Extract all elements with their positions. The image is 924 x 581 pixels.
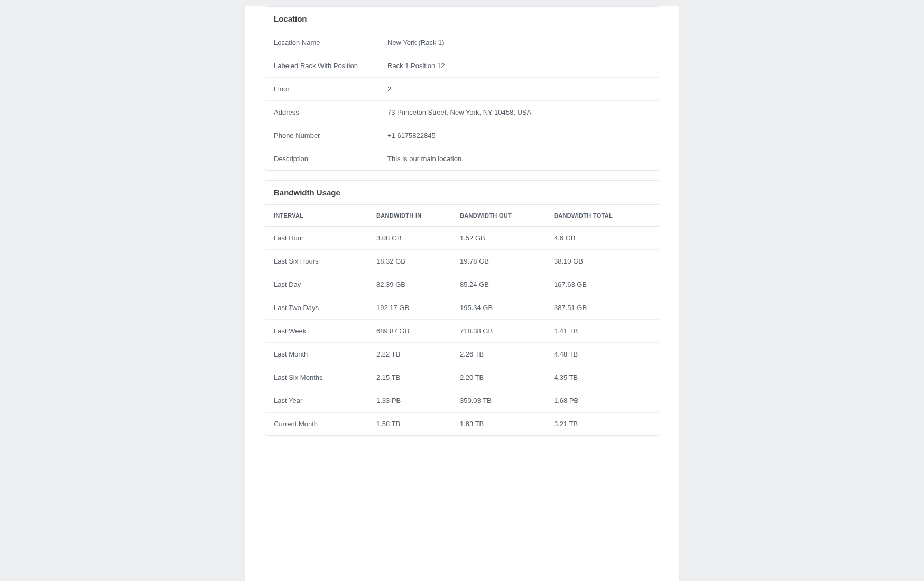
bandwidth-total-cell: 4.48 TB [546, 343, 659, 366]
location-row-label: Labeled Rack With Position [274, 62, 387, 70]
bandwidth-in-cell: 3.08 GB [368, 227, 451, 250]
bandwidth-row: Current Month1.58 TB1.63 TB3.21 TB [265, 413, 659, 436]
bandwidth-in-cell: 192.17 GB [368, 296, 451, 320]
interval-cell: Last Week [265, 320, 368, 343]
bandwidth-total-cell: 3.21 TB [546, 413, 659, 436]
interval-cell: Last Day [265, 273, 368, 296]
location-body: Location NameNew York (Rack 1)Labeled Ra… [265, 31, 659, 170]
location-row: Phone Number+1 6175822845 [265, 124, 659, 147]
bandwidth-total-cell: 1.41 TB [546, 320, 659, 343]
location-row-value: New York (Rack 1) [387, 39, 445, 46]
interval-cell: Last Hour [265, 227, 368, 250]
bandwidth-total-cell: 4.35 TB [546, 366, 659, 389]
interval-cell: Last Six Months [265, 366, 368, 389]
col-out-header: BANDWIDTH OUT [451, 205, 546, 227]
bandwidth-out-cell: 2.20 TB [451, 366, 546, 389]
bandwidth-title: Bandwidth Usage [274, 188, 650, 197]
bandwidth-out-cell: 1.52 GB [451, 227, 546, 250]
location-row: Labeled Rack With PositionRack 1 Positio… [265, 54, 659, 78]
location-row: DescriptionThis is our main location. [265, 147, 659, 170]
bandwidth-out-cell: 1.63 TB [451, 413, 546, 436]
bandwidth-out-cell: 195.34 GB [451, 296, 546, 320]
bandwidth-out-cell: 85.24 GB [451, 273, 546, 296]
location-row-label: Location Name [274, 39, 387, 46]
bandwidth-out-cell: 718.38 GB [451, 320, 546, 343]
location-row-value: 73 Princeton Street, New York, NY 10458,… [387, 108, 531, 116]
location-row-value: 2 [387, 85, 391, 93]
location-card-header: Location [265, 7, 659, 31]
interval-cell: Current Month [265, 413, 368, 436]
location-title: Location [274, 14, 650, 23]
bandwidth-in-cell: 689.87 GB [368, 320, 451, 343]
bandwidth-header-row: INTERVAL BANDWIDTH IN BANDWIDTH OUT BAND… [265, 205, 659, 227]
bandwidth-in-cell: 1.33 PB [368, 389, 451, 413]
bandwidth-out-cell: 2.26 TB [451, 343, 546, 366]
bandwidth-total-cell: 4.6 GB [546, 227, 659, 250]
bandwidth-in-cell: 2.15 TB [368, 366, 451, 389]
bandwidth-table: INTERVAL BANDWIDTH IN BANDWIDTH OUT BAND… [265, 205, 659, 435]
bandwidth-out-cell: 350.03 TB [451, 389, 546, 413]
bandwidth-out-cell: 19.78 GB [451, 250, 546, 273]
col-interval-header: INTERVAL [265, 205, 368, 227]
interval-cell: Last Month [265, 343, 368, 366]
location-row: Floor2 [265, 78, 659, 101]
bandwidth-row: Last Hour3.08 GB1.52 GB4.6 GB [265, 227, 659, 250]
bandwidth-row: Last Six Hours18.32 GB19.78 GB38.10 GB [265, 250, 659, 273]
location-row-label: Phone Number [274, 132, 387, 139]
col-in-header: BANDWIDTH IN [368, 205, 451, 227]
bandwidth-in-cell: 18.32 GB [368, 250, 451, 273]
location-row-value: Rack 1 Position 12 [387, 62, 445, 70]
interval-cell: Last Two Days [265, 296, 368, 320]
bandwidth-row: Last Two Days192.17 GB195.34 GB387.51 GB [265, 296, 659, 320]
location-row: Address73 Princeton Street, New York, NY… [265, 101, 659, 124]
location-row-label: Floor [274, 85, 387, 93]
bandwidth-total-cell: 387.51 GB [546, 296, 659, 320]
col-total-header: BANDWIDTH TOTAL [546, 205, 659, 227]
bandwidth-in-cell: 1.58 TB [368, 413, 451, 436]
bandwidth-in-cell: 2.22 TB [368, 343, 451, 366]
bandwidth-row: Last Day82.39 GB85.24 GB167.63 GB [265, 273, 659, 296]
bandwidth-row: Last Six Months2.15 TB2.20 TB4.35 TB [265, 366, 659, 389]
page-container: Location Location NameNew York (Rack 1)L… [245, 6, 679, 581]
bandwidth-total-cell: 167.63 GB [546, 273, 659, 296]
bandwidth-row: Last Week689.87 GB718.38 GB1.41 TB [265, 320, 659, 343]
location-row-label: Description [274, 155, 387, 163]
bandwidth-in-cell: 82.39 GB [368, 273, 451, 296]
bandwidth-total-cell: 38.10 GB [546, 250, 659, 273]
location-card: Location Location NameNew York (Rack 1)L… [265, 6, 659, 171]
bandwidth-row: Last Month2.22 TB2.26 TB4.48 TB [265, 343, 659, 366]
location-row-value: +1 6175822845 [387, 132, 436, 139]
interval-cell: Last Year [265, 389, 368, 413]
location-row: Location NameNew York (Rack 1) [265, 31, 659, 54]
interval-cell: Last Six Hours [265, 250, 368, 273]
location-row-value: This is our main location. [387, 155, 464, 163]
bandwidth-card: Bandwidth Usage INTERVAL BANDWIDTH IN BA… [265, 180, 659, 436]
bandwidth-card-header: Bandwidth Usage [265, 181, 659, 205]
bandwidth-total-cell: 1.68 PB [546, 389, 659, 413]
location-row-label: Address [274, 108, 387, 116]
bandwidth-row: Last Year1.33 PB350.03 TB1.68 PB [265, 389, 659, 413]
